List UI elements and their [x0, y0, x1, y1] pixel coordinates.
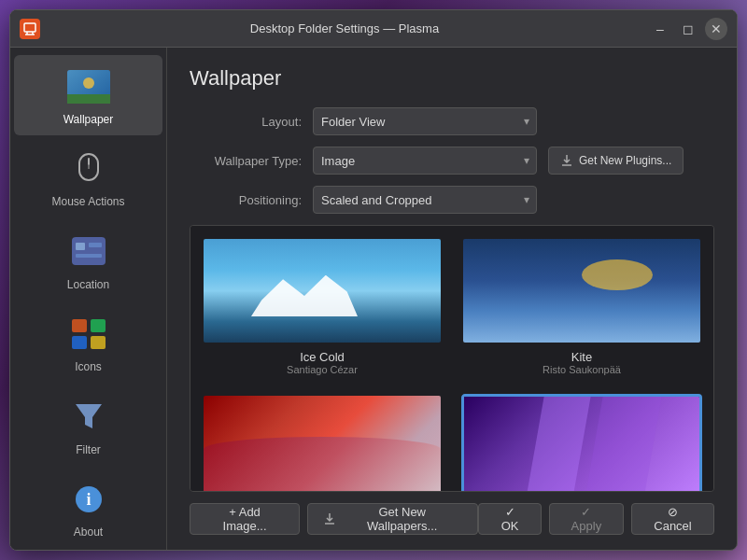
svg-point-7	[83, 77, 94, 89]
filter-icon	[66, 395, 111, 440]
sidebar-item-mouse-actions[interactable]: Mouse Actions	[14, 137, 162, 217]
wallpaper-thumb-kokkini	[202, 394, 443, 492]
svg-rect-12	[76, 243, 85, 250]
bottom-buttons: + Add Image... Get New Wallpapers... ✓ O…	[190, 503, 714, 535]
sidebar-location-label: Location	[67, 278, 109, 291]
close-button[interactable]: ✕	[705, 18, 727, 40]
wallpaper-item-kite[interactable]: Kite Risto Saukonpää	[458, 233, 706, 379]
svg-rect-13	[89, 243, 102, 247]
ok-button[interactable]: ✓ OK	[478, 503, 541, 535]
wallpaper-author-ice-cold: Santiago Cézar	[287, 364, 358, 375]
wallpaper-thumb-kite	[461, 237, 702, 344]
layout-row: Layout: Folder View	[190, 107, 714, 135]
window-title: Desktop Folder Settings — Plasma	[250, 21, 439, 35]
svg-rect-6	[67, 94, 110, 104]
wallpaper-type-row: Wallpaper Type: Image Get New Plugins...	[190, 147, 714, 175]
sidebar-item-about[interactable]: i About	[14, 468, 162, 548]
wallpaper-type-label: Wallpaper Type:	[190, 154, 302, 168]
wallpaper-grid: Ice Cold Santiago Cézar Kite Risto Sauko…	[198, 233, 706, 492]
download-icon	[560, 154, 573, 167]
positioning-row: Positioning: Scaled and Cropped	[190, 186, 714, 214]
svg-rect-9	[88, 158, 90, 165]
wallpaper-type-select[interactable]: Image	[313, 147, 537, 175]
main-panel: Wallpaper Layout: Folder View Wallpaper …	[167, 48, 737, 550]
wallpaper-thumb-ice-cold	[202, 237, 443, 344]
svg-rect-11	[72, 237, 106, 265]
maximize-button[interactable]: ◻	[677, 18, 699, 40]
svg-rect-17	[72, 336, 87, 349]
wallpaper-item-ice-cold[interactable]: Ice Cold Santiago Cézar	[198, 233, 446, 379]
sidebar-about-label: About	[74, 525, 103, 539]
window-controls: – ◻ ✕	[649, 18, 727, 40]
positioning-select[interactable]: Scaled and Cropped	[313, 186, 537, 214]
mouse-icon	[66, 147, 111, 191]
wallpaper-name-ice-cold: Ice Cold	[300, 350, 345, 364]
svg-rect-18	[91, 336, 106, 349]
cancel-button[interactable]: ⊘ Cancel	[631, 503, 714, 535]
svg-text:i: i	[86, 490, 91, 509]
apply-button[interactable]: ✓ Apply	[549, 503, 624, 535]
add-image-button[interactable]: + Add Image...	[190, 503, 300, 535]
sidebar-mouse-label: Mouse Actions	[51, 195, 124, 208]
sidebar: Wallpaper Mouse Actions	[10, 48, 167, 550]
layout-select[interactable]: Folder View	[313, 107, 537, 135]
sidebar-item-icons[interactable]: Icons	[14, 302, 162, 383]
about-icon: i	[66, 477, 111, 522]
icons-icon	[66, 312, 111, 357]
sidebar-item-location[interactable]: Location	[14, 220, 162, 301]
svg-rect-15	[72, 319, 87, 332]
sidebar-item-filter[interactable]: Filter	[14, 385, 162, 466]
location-icon	[66, 230, 111, 274]
content-area: Wallpaper Mouse Actions	[10, 48, 737, 550]
page-title: Wallpaper	[190, 66, 714, 91]
sidebar-filter-label: Filter	[76, 443, 101, 456]
main-window: Desktop Folder Settings — Plasma – ◻ ✕	[9, 9, 738, 551]
layout-select-wrapper: Folder View	[313, 107, 537, 135]
wallpaper-author-kite: Risto Saukonpää	[543, 364, 621, 375]
layout-label: Layout:	[190, 115, 302, 129]
minimize-button[interactable]: –	[649, 18, 671, 40]
wallpaper-thumb-shell	[461, 394, 702, 492]
positioning-label: Positioning:	[190, 193, 302, 207]
wallpaper-item-shell[interactable]: Shell Lucas Andrade	[458, 390, 706, 492]
wallpaper-item-kokkini[interactable]: Kokkini Ken Vermette	[198, 390, 446, 492]
svg-rect-14	[76, 254, 102, 258]
sidebar-item-wallpaper[interactable]: Wallpaper	[14, 55, 162, 135]
sidebar-wallpaper-label: Wallpaper	[63, 113, 114, 126]
sidebar-icons-label: Icons	[75, 360, 102, 373]
positioning-select-wrapper: Scaled and Cropped	[313, 186, 537, 214]
wallpaper-type-select-wrapper: Image	[313, 147, 537, 175]
svg-rect-16	[91, 319, 106, 332]
get-wallpapers-button[interactable]: Get New Wallpapers...	[307, 503, 478, 535]
get-plugins-button[interactable]: Get New Plugins...	[548, 147, 684, 175]
titlebar: Desktop Folder Settings — Plasma – ◻ ✕	[10, 10, 737, 48]
download-icon-2	[323, 512, 336, 525]
wallpaper-grid-container[interactable]: Ice Cold Santiago Cézar Kite Risto Sauko…	[190, 225, 714, 492]
app-icon	[20, 19, 40, 39]
svg-marker-19	[76, 404, 102, 428]
svg-rect-0	[24, 23, 35, 32]
bottom-left-buttons: + Add Image... Get New Wallpapers...	[190, 503, 478, 535]
wallpaper-icon	[66, 64, 111, 109]
bottom-right-buttons: ✓ OK ✓ Apply ⊘ Cancel	[478, 503, 714, 535]
wallpaper-name-kite: Kite	[571, 350, 592, 364]
